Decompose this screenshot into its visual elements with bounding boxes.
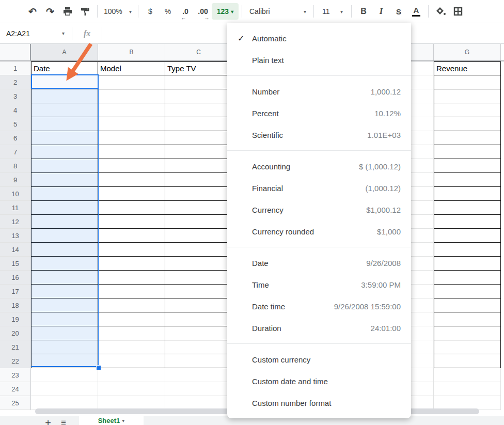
cell-C12[interactable]	[165, 215, 232, 229]
more-formats-button[interactable]: 123 ▾	[212, 3, 239, 20]
row-header-4[interactable]: 4	[0, 103, 31, 117]
menu-item-financial[interactable]: ✓Financial(1,000.12)	[227, 177, 411, 199]
fill-handle[interactable]	[96, 365, 101, 370]
menu-item-accounting[interactable]: ✓Accounting$ (1,000.12)	[227, 155, 411, 177]
cell-C2[interactable]	[165, 75, 232, 89]
cell-G8[interactable]	[434, 159, 501, 173]
cell-A11[interactable]	[31, 201, 98, 215]
row-header-9[interactable]: 9	[0, 173, 31, 187]
increase-decimal-button[interactable]: .00 →	[194, 3, 212, 20]
print-button[interactable]	[59, 3, 76, 20]
cell-C3[interactable]	[165, 89, 232, 103]
cell-G1[interactable]: Revenue	[434, 61, 501, 75]
cell-A8[interactable]	[31, 159, 98, 173]
cell-G5[interactable]	[434, 117, 501, 131]
cell-C11[interactable]	[165, 201, 232, 215]
row-header-6[interactable]: 6	[0, 131, 31, 145]
cell-A24[interactable]	[31, 382, 98, 396]
cell-C7[interactable]	[165, 145, 232, 159]
cell-A16[interactable]	[31, 271, 98, 285]
cell-B23[interactable]	[98, 368, 165, 382]
cell-G4[interactable]	[434, 103, 501, 117]
cell-C23[interactable]	[165, 368, 232, 382]
cell-G12[interactable]	[434, 215, 501, 229]
menu-item-custom-number-format[interactable]: ✓Custom number format	[227, 392, 411, 414]
row-header-3[interactable]: 3	[0, 89, 31, 103]
cell-B21[interactable]	[98, 340, 165, 354]
cell-C15[interactable]	[165, 257, 232, 271]
strikethrough-button[interactable]: S	[390, 3, 407, 20]
cell-C14[interactable]	[165, 243, 232, 257]
cell-B8[interactable]	[98, 159, 165, 173]
column-header-A[interactable]: A	[31, 44, 98, 60]
cell-C20[interactable]	[165, 326, 232, 340]
cell-B18[interactable]	[98, 298, 165, 312]
cell-C5[interactable]	[165, 117, 232, 131]
cell-C18[interactable]	[165, 298, 232, 312]
cell-G21[interactable]	[434, 340, 501, 354]
cell-G13[interactable]	[434, 229, 501, 243]
cell-B11[interactable]	[98, 201, 165, 215]
row-header-17[interactable]: 17	[0, 285, 31, 298]
menu-item-currency[interactable]: ✓Currency$1,000.12	[227, 199, 411, 221]
cell-B15[interactable]	[98, 257, 165, 271]
format-percent-button[interactable]: %	[159, 3, 177, 20]
cell-B1[interactable]: Model	[98, 61, 165, 75]
cell-G6[interactable]	[434, 131, 501, 145]
cell-B9[interactable]	[98, 173, 165, 187]
cell-G15[interactable]	[434, 257, 501, 271]
cell-A3[interactable]	[31, 89, 98, 103]
font-size-select[interactable]: 11 ▾	[317, 3, 348, 20]
borders-button[interactable]	[449, 3, 467, 20]
text-color-button[interactable]: A	[407, 3, 425, 20]
row-header-13[interactable]: 13	[0, 229, 31, 243]
menu-item-date-time[interactable]: ✓Date time9/26/2008 15:59:00	[227, 295, 411, 317]
row-header-23[interactable]: 23	[0, 368, 31, 382]
cell-G20[interactable]	[434, 326, 501, 340]
cell-G25[interactable]	[434, 396, 501, 410]
cell-A21[interactable]	[31, 340, 98, 354]
cell-C25[interactable]	[165, 396, 232, 410]
cell-A7[interactable]	[31, 145, 98, 159]
cell-B4[interactable]	[98, 103, 165, 117]
row-header-7[interactable]: 7	[0, 145, 31, 159]
cell-A10[interactable]	[31, 187, 98, 201]
cell-G23[interactable]	[434, 368, 501, 382]
all-sheets-button[interactable]: ≡	[56, 416, 71, 425]
cell-B3[interactable]	[98, 89, 165, 103]
menu-item-custom-date-and-time[interactable]: ✓Custom date and time	[227, 370, 411, 392]
row-header-21[interactable]: 21	[0, 340, 31, 354]
cell-C9[interactable]	[165, 173, 232, 187]
cell-C1[interactable]: Type TV	[165, 61, 232, 75]
cell-B14[interactable]	[98, 243, 165, 257]
row-header-1[interactable]: 1	[0, 61, 31, 75]
decrease-decimal-button[interactable]: .0 ←	[177, 3, 194, 20]
cell-A5[interactable]	[31, 117, 98, 131]
cell-A20[interactable]	[31, 326, 98, 340]
row-header-11[interactable]: 11	[0, 201, 31, 215]
cell-G24[interactable]	[434, 382, 501, 396]
menu-item-number[interactable]: ✓Number1,000.12	[227, 81, 411, 102]
cell-G3[interactable]	[434, 89, 501, 103]
row-header-24[interactable]: 24	[0, 382, 31, 396]
cell-B16[interactable]	[98, 271, 165, 285]
cell-A1[interactable]: Date	[31, 61, 98, 75]
row-header-16[interactable]: 16	[0, 271, 31, 285]
cell-C10[interactable]	[165, 187, 232, 201]
sheet-tab-active[interactable]: Sheet1 ▾	[79, 416, 144, 425]
zoom-select[interactable]: 100% ▾	[101, 3, 135, 20]
cell-G9[interactable]	[434, 173, 501, 187]
menu-item-duration[interactable]: ✓Duration24:01:00	[227, 317, 411, 339]
cell-G7[interactable]	[434, 145, 501, 159]
redo-button[interactable]: ↷	[41, 3, 59, 20]
menu-item-time[interactable]: ✓Time3:59:00 PM	[227, 274, 411, 295]
column-header-B[interactable]: B	[98, 44, 165, 60]
cell-C8[interactable]	[165, 159, 232, 173]
format-currency-button[interactable]: $	[141, 3, 159, 20]
cell-B24[interactable]	[98, 382, 165, 396]
cell-B13[interactable]	[98, 229, 165, 243]
menu-item-plain-text[interactable]: ✓Plain text	[227, 49, 411, 71]
add-sheet-button[interactable]: +	[40, 416, 56, 425]
cell-C4[interactable]	[165, 103, 232, 117]
column-header-G[interactable]: G	[434, 44, 501, 60]
